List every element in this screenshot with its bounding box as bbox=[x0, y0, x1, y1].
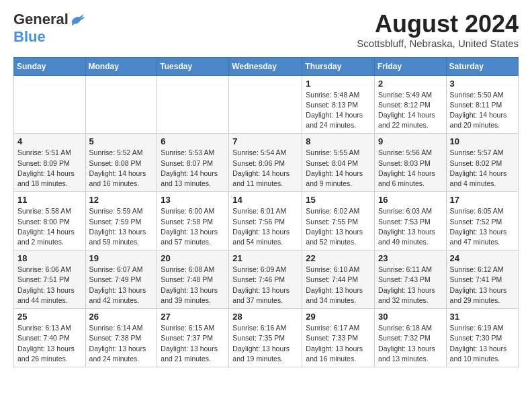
day-info: Sunrise: 6:14 AMSunset: 7:38 PMDaylight:… bbox=[89, 323, 154, 364]
weekday-header-cell: Friday bbox=[375, 57, 447, 75]
day-info: Sunrise: 6:16 AMSunset: 7:35 PMDaylight:… bbox=[232, 323, 298, 364]
day-number: 9 bbox=[378, 136, 443, 146]
day-info: Sunrise: 6:17 AMSunset: 7:33 PMDaylight:… bbox=[306, 323, 371, 364]
calendar-day-cell: 19Sunrise: 6:07 AMSunset: 7:49 PMDayligh… bbox=[85, 250, 157, 309]
calendar-day-cell bbox=[157, 75, 229, 134]
calendar-day-cell: 7Sunrise: 5:54 AMSunset: 8:06 PMDaylight… bbox=[229, 134, 302, 192]
weekday-header-row: SundayMondayTuesdayWednesdayThursdayFrid… bbox=[14, 57, 519, 75]
day-number: 19 bbox=[89, 253, 154, 263]
calendar-day-cell: 28Sunrise: 6:16 AMSunset: 7:35 PMDayligh… bbox=[229, 309, 302, 367]
day-info: Sunrise: 5:48 AMSunset: 8:13 PMDaylight:… bbox=[306, 90, 371, 131]
calendar-day-cell: 14Sunrise: 6:01 AMSunset: 7:56 PMDayligh… bbox=[229, 192, 302, 250]
day-number: 24 bbox=[450, 253, 515, 263]
day-info: Sunrise: 5:50 AMSunset: 8:11 PMDaylight:… bbox=[450, 90, 515, 131]
day-info: Sunrise: 6:03 AMSunset: 7:53 PMDaylight:… bbox=[378, 206, 443, 247]
calendar-day-cell: 8Sunrise: 5:55 AMSunset: 8:04 PMDaylight… bbox=[302, 134, 375, 192]
logo: General Blue bbox=[13, 11, 85, 46]
calendar-day-cell: 15Sunrise: 6:02 AMSunset: 7:55 PMDayligh… bbox=[302, 192, 375, 250]
day-number: 21 bbox=[232, 253, 298, 263]
calendar-day-cell: 12Sunrise: 5:59 AMSunset: 7:59 PMDayligh… bbox=[85, 192, 157, 250]
day-number: 22 bbox=[306, 253, 371, 263]
calendar-day-cell: 4Sunrise: 5:51 AMSunset: 8:09 PMDaylight… bbox=[14, 134, 86, 192]
logo-general-text: General bbox=[13, 11, 69, 28]
calendar-day-cell: 2Sunrise: 5:49 AMSunset: 8:12 PMDaylight… bbox=[375, 75, 447, 134]
calendar-day-cell: 9Sunrise: 5:56 AMSunset: 8:03 PMDaylight… bbox=[375, 134, 447, 192]
day-number: 16 bbox=[378, 195, 443, 205]
day-number: 27 bbox=[161, 312, 225, 322]
calendar-day-cell: 26Sunrise: 6:14 AMSunset: 7:38 PMDayligh… bbox=[85, 309, 157, 367]
calendar-day-cell bbox=[85, 75, 157, 134]
calendar-day-cell: 31Sunrise: 6:19 AMSunset: 7:30 PMDayligh… bbox=[446, 309, 518, 367]
calendar-day-cell: 13Sunrise: 6:00 AMSunset: 7:58 PMDayligh… bbox=[157, 192, 229, 250]
day-number: 2 bbox=[378, 79, 443, 89]
day-info: Sunrise: 6:15 AMSunset: 7:37 PMDaylight:… bbox=[161, 323, 225, 364]
month-title: August 2024 bbox=[357, 11, 519, 38]
day-number: 30 bbox=[378, 312, 443, 322]
day-info: Sunrise: 5:59 AMSunset: 7:59 PMDaylight:… bbox=[89, 206, 154, 247]
calendar-day-cell: 18Sunrise: 6:06 AMSunset: 7:51 PMDayligh… bbox=[14, 250, 86, 309]
day-number: 15 bbox=[306, 195, 371, 205]
calendar-day-cell: 20Sunrise: 6:08 AMSunset: 7:48 PMDayligh… bbox=[157, 250, 229, 309]
calendar-week-row: 18Sunrise: 6:06 AMSunset: 7:51 PMDayligh… bbox=[14, 250, 519, 309]
weekday-header-cell: Wednesday bbox=[229, 57, 302, 75]
calendar-day-cell: 11Sunrise: 5:58 AMSunset: 8:00 PMDayligh… bbox=[14, 192, 86, 250]
calendar-day-cell: 1Sunrise: 5:48 AMSunset: 8:13 PMDaylight… bbox=[302, 75, 375, 134]
day-number: 17 bbox=[450, 195, 515, 205]
day-info: Sunrise: 6:12 AMSunset: 7:41 PMDaylight:… bbox=[450, 265, 515, 306]
weekday-header-cell: Monday bbox=[85, 57, 157, 75]
day-info: Sunrise: 5:51 AMSunset: 8:09 PMDaylight:… bbox=[17, 148, 82, 189]
day-info: Sunrise: 6:05 AMSunset: 7:52 PMDaylight:… bbox=[450, 206, 515, 247]
calendar-day-cell: 3Sunrise: 5:50 AMSunset: 8:11 PMDaylight… bbox=[446, 75, 518, 134]
day-number: 8 bbox=[306, 136, 371, 146]
day-number: 29 bbox=[306, 312, 371, 322]
day-info: Sunrise: 6:18 AMSunset: 7:32 PMDaylight:… bbox=[378, 323, 443, 364]
weekday-header-cell: Sunday bbox=[14, 57, 86, 75]
calendar-day-cell: 27Sunrise: 6:15 AMSunset: 7:37 PMDayligh… bbox=[157, 309, 229, 367]
calendar-day-cell: 6Sunrise: 5:53 AMSunset: 8:07 PMDaylight… bbox=[157, 134, 229, 192]
calendar-body: 1Sunrise: 5:48 AMSunset: 8:13 PMDaylight… bbox=[14, 75, 519, 367]
calendar-day-cell: 5Sunrise: 5:52 AMSunset: 8:08 PMDaylight… bbox=[85, 134, 157, 192]
day-info: Sunrise: 5:57 AMSunset: 8:02 PMDaylight:… bbox=[450, 148, 515, 189]
day-info: Sunrise: 6:01 AMSunset: 7:56 PMDaylight:… bbox=[232, 206, 298, 247]
calendar-day-cell: 24Sunrise: 6:12 AMSunset: 7:41 PMDayligh… bbox=[446, 250, 518, 309]
day-number: 7 bbox=[232, 136, 298, 146]
day-info: Sunrise: 5:56 AMSunset: 8:03 PMDaylight:… bbox=[378, 148, 443, 189]
logo-blue-text: Blue bbox=[13, 28, 46, 46]
day-number: 14 bbox=[232, 195, 298, 205]
day-info: Sunrise: 6:09 AMSunset: 7:46 PMDaylight:… bbox=[232, 265, 298, 306]
day-number: 20 bbox=[161, 253, 225, 263]
calendar-day-cell: 10Sunrise: 5:57 AMSunset: 8:02 PMDayligh… bbox=[446, 134, 518, 192]
calendar-day-cell: 17Sunrise: 6:05 AMSunset: 7:52 PMDayligh… bbox=[446, 192, 518, 250]
day-number: 1 bbox=[306, 79, 371, 89]
day-info: Sunrise: 5:58 AMSunset: 8:00 PMDaylight:… bbox=[17, 206, 82, 247]
day-info: Sunrise: 6:08 AMSunset: 7:48 PMDaylight:… bbox=[161, 265, 225, 306]
day-info: Sunrise: 5:53 AMSunset: 8:07 PMDaylight:… bbox=[161, 148, 225, 189]
day-number: 25 bbox=[17, 312, 82, 322]
calendar-day-cell bbox=[14, 75, 86, 134]
calendar-day-cell: 25Sunrise: 6:13 AMSunset: 7:40 PMDayligh… bbox=[14, 309, 86, 367]
weekday-header-cell: Thursday bbox=[302, 57, 375, 75]
day-info: Sunrise: 6:00 AMSunset: 7:58 PMDaylight:… bbox=[161, 206, 225, 247]
logo-bird-icon bbox=[70, 12, 85, 27]
day-number: 28 bbox=[232, 312, 298, 322]
day-info: Sunrise: 5:52 AMSunset: 8:08 PMDaylight:… bbox=[89, 148, 154, 189]
calendar-day-cell: 30Sunrise: 6:18 AMSunset: 7:32 PMDayligh… bbox=[375, 309, 447, 367]
day-info: Sunrise: 5:54 AMSunset: 8:06 PMDaylight:… bbox=[232, 148, 298, 189]
calendar-week-row: 4Sunrise: 5:51 AMSunset: 8:09 PMDaylight… bbox=[14, 134, 519, 192]
calendar-day-cell: 29Sunrise: 6:17 AMSunset: 7:33 PMDayligh… bbox=[302, 309, 375, 367]
day-info: Sunrise: 5:49 AMSunset: 8:12 PMDaylight:… bbox=[378, 90, 443, 131]
weekday-header-cell: Tuesday bbox=[157, 57, 229, 75]
weekday-header-cell: Saturday bbox=[446, 57, 518, 75]
day-number: 18 bbox=[17, 253, 82, 263]
day-number: 12 bbox=[89, 195, 154, 205]
day-number: 6 bbox=[161, 136, 225, 146]
header: General Blue August 2024 Scottsbluff, Ne… bbox=[13, 11, 519, 49]
day-info: Sunrise: 6:07 AMSunset: 7:49 PMDaylight:… bbox=[89, 265, 154, 306]
day-number: 13 bbox=[161, 195, 225, 205]
day-number: 5 bbox=[89, 136, 154, 146]
calendar-week-row: 1Sunrise: 5:48 AMSunset: 8:13 PMDaylight… bbox=[14, 75, 519, 134]
calendar-day-cell: 22Sunrise: 6:10 AMSunset: 7:44 PMDayligh… bbox=[302, 250, 375, 309]
calendar-day-cell: 16Sunrise: 6:03 AMSunset: 7:53 PMDayligh… bbox=[375, 192, 447, 250]
day-info: Sunrise: 6:19 AMSunset: 7:30 PMDaylight:… bbox=[450, 323, 515, 364]
day-number: 26 bbox=[89, 312, 154, 322]
